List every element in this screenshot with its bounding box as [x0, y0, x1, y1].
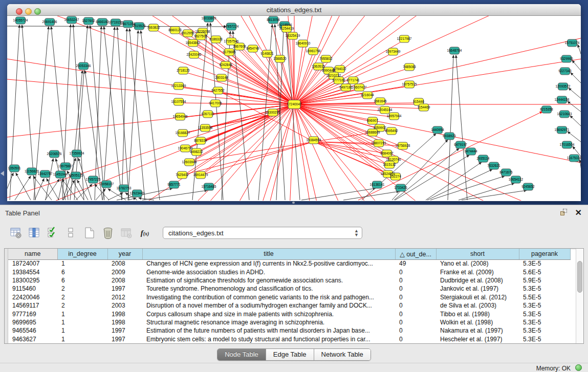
graph-node-label: 13505125	[69, 173, 83, 177]
graph-node-label: 18957944	[387, 114, 402, 118]
graph-node-label: 16914479	[193, 173, 208, 177]
graph-node-label: 7425402	[176, 173, 189, 177]
select-attributes-icon[interactable]	[45, 225, 60, 240]
memory-status-label: Memory: OK	[536, 365, 571, 372]
graph-node-label: 9175685	[223, 50, 236, 54]
graph-node-label: 18640910	[296, 41, 311, 45]
graph-node-label: 1681646	[374, 99, 387, 103]
graph-node-label: 16120746	[386, 158, 401, 161]
table-panel: Table Panel ✕ f(x) citations_edges.txt	[0, 205, 588, 372]
graph-node-label: 18325419	[286, 34, 300, 37]
graph-node-label: 6466160	[96, 20, 109, 24]
graph-node-label: 22420046	[187, 53, 202, 56]
table-row[interactable]: 2242004622012Investigating the contribut…	[8, 293, 570, 301]
graph-node-label: 8813054	[267, 18, 280, 21]
graph-node-label: 12093572	[556, 84, 571, 88]
graph-node-label: 12444158	[555, 98, 570, 101]
table-row[interactable]: 977716911998Corpus callosum shape and si…	[8, 310, 570, 318]
table-row[interactable]: 1872400712008Changes of HCN gene express…	[8, 259, 570, 268]
graph-node-label: 14055724	[13, 18, 28, 22]
column-header-name[interactable]: name	[8, 249, 57, 259]
graph-node-label: 17357546	[224, 39, 239, 43]
graph-node-label: 8215358	[540, 107, 553, 111]
graph-node-label: 7632621	[487, 164, 500, 167]
graph-node-label: 7663822	[147, 26, 160, 29]
table-row[interactable]: 969969511998Structural magnetic resonanc…	[8, 318, 570, 326]
graph-node-label: 15751074	[565, 41, 580, 45]
graph-node-label: 2803144	[215, 76, 228, 79]
graph-node-label: 2935114	[477, 157, 490, 160]
graph-node-label: 19654948	[173, 115, 188, 118]
graph-node-label: 10607427	[352, 85, 367, 89]
table-row[interactable]: 946362711997Embryonic stem cells: a mode…	[8, 335, 570, 343]
column-header-year[interactable]: year	[107, 249, 142, 259]
network-canvas[interactable]: 1724004714055724206914061065324715276026…	[7, 16, 581, 201]
table-row[interactable]: 1830029562008Estimation of significance …	[8, 276, 570, 285]
graph-node-label: 1588520	[273, 57, 287, 60]
column-header-outde[interactable]: △ out_de...	[395, 249, 436, 259]
function-builder-icon[interactable]: f(x)	[137, 225, 153, 240]
graph-node-label: 9329966	[560, 57, 573, 60]
tab-network-table[interactable]: Network Table	[314, 349, 371, 360]
tab-edge-table[interactable]: Edge Table	[266, 349, 314, 360]
graph-node-label: 16136141	[370, 183, 385, 186]
network-window-titlebar[interactable]: citations_edges.txt	[7, 4, 581, 16]
column-header-title[interactable]: title	[142, 249, 395, 259]
tab-node-table[interactable]: Node Table	[217, 349, 266, 360]
table-row[interactable]: 946554611997Estimation of the future num…	[8, 326, 570, 335]
dropdown-stepper-icon: ▲▼	[354, 229, 359, 237]
graph-node-label: 16543862	[186, 41, 201, 45]
graph-node-label: 16648784	[447, 49, 462, 52]
close-panel-icon[interactable]: ✕	[575, 208, 582, 217]
column-header-indegree[interactable]: in_degree	[57, 249, 107, 259]
graph-node-label: 18757515	[402, 82, 417, 86]
table-selector-dropdown[interactable]: citations_edges.txt ▲▼	[163, 227, 362, 239]
graph-node-label: 6794022	[333, 67, 346, 71]
graph-node-label: 22045164	[378, 108, 393, 112]
graph-node-label: 10654112	[509, 178, 524, 181]
graph-node-label: 11451944	[53, 172, 68, 176]
graph-node-label: 13942757	[38, 172, 53, 176]
table-scrollbar[interactable]	[576, 249, 583, 343]
delete-table-icon-disabled	[119, 225, 134, 240]
new-column-icon[interactable]	[82, 225, 97, 240]
graph-node-label: 19975887	[58, 164, 73, 168]
graph-node-label: 6479197	[454, 143, 467, 146]
graph-node-label: 1440954	[431, 128, 444, 132]
graph-node-label: 8878334	[194, 139, 207, 142]
graph-node-label: 8427552	[211, 89, 225, 92]
graph-node-label: 12923449	[130, 191, 145, 195]
graph-node-label: 19756928	[396, 144, 410, 147]
column-header-pagerank[interactable]: pagerank	[519, 249, 570, 259]
graph-node-label: 17016504	[560, 143, 575, 146]
graph-node-label: 11353558	[198, 126, 213, 129]
graph-node-label: 9684067	[380, 151, 394, 155]
graph-node-label: 8912955	[181, 31, 194, 35]
float-panel-icon[interactable]	[560, 209, 569, 217]
citation-network-graph[interactable]: 1724004714055724206914061065324715276026…	[7, 16, 581, 201]
node-table-grid[interactable]: namein_degreeyeartitle△ out_de...shortpa…	[8, 249, 571, 343]
table-row[interactable]: 911546021997Tourette syndrome. Phenomeno…	[8, 285, 570, 293]
show-column-icon[interactable]	[27, 225, 42, 240]
graph-node-label: 8216044	[361, 93, 374, 97]
graph-node-label: 8771741	[346, 78, 360, 82]
unselect-attributes-icon[interactable]	[63, 225, 79, 240]
column-header-short[interactable]: short	[436, 249, 519, 259]
graph-node-label: 20206576	[47, 152, 62, 156]
table-row[interactable]: 1938455462009Genome-wide association stu…	[8, 268, 570, 276]
graph-node-label: 10653247	[64, 18, 79, 21]
table-row[interactable]: 1456911722003Disruption of a novel membe…	[8, 301, 570, 310]
panel-collapse-arrow-icon[interactable]	[1, 171, 4, 176]
graph-node-label: 11156829	[25, 169, 39, 173]
graph-node-label: 18107554	[171, 100, 186, 103]
graph-node-label: 17957225	[86, 178, 101, 181]
graph-node-label: 9627503	[194, 34, 207, 38]
delete-column-icon[interactable]	[100, 225, 116, 240]
graph-node-label: 15716485	[202, 185, 216, 188]
table-settings-icon[interactable]	[8, 225, 24, 240]
table-scrollbar-thumb[interactable]	[577, 261, 582, 293]
graph-node-label: 16782753	[117, 186, 132, 190]
graph-node-label: 9417006	[209, 101, 222, 105]
splitter-handle[interactable]	[292, 202, 295, 204]
node-table[interactable]: namein_degreeyeartitle△ out_de...shortpa…	[4, 248, 584, 344]
